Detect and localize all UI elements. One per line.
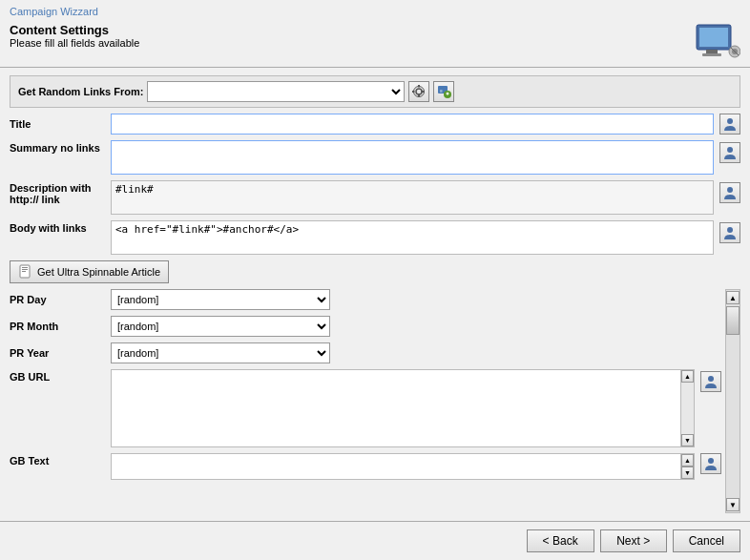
svg-rect-24 — [22, 269, 28, 270]
svg-rect-2 — [706, 50, 718, 53]
pr-day-label: PR Day — [10, 294, 105, 305]
scroll-down-btn[interactable]: ▼ — [726, 498, 740, 511]
pr-month-label: PR Month — [10, 321, 105, 332]
random-links-label: Get Random Links From: — [18, 86, 143, 97]
header-section: Content Settings Please fill all fields … — [0, 19, 750, 68]
pr-day-dropdown[interactable]: [random] — [111, 289, 330, 310]
body-textarea[interactable]: <a href="#link#">#anchor#</a> — [111, 220, 714, 255]
pr-month-row: PR Month [random] — [10, 316, 721, 337]
spinnable-article-button[interactable]: Get Ultra Spinnable Article — [10, 260, 169, 283]
gear-icon — [412, 85, 426, 98]
random-links-dropdown[interactable] — [147, 81, 405, 102]
description-row: Description with http:// link #link# — [10, 180, 740, 215]
svg-point-19 — [727, 147, 733, 153]
scroll-content: PR Day [random] PR Month [random] PR Yea… — [10, 289, 721, 513]
gb-url-scroll: ▲ ▼ — [680, 370, 694, 446]
svg-rect-10 — [418, 94, 420, 97]
gb-text-row: GB Text ▲ ▼ — [10, 453, 721, 480]
gb-text-scroll: ▲ ▼ — [680, 454, 694, 479]
gb-text-user-btn[interactable] — [700, 453, 721, 474]
scroll-thumb[interactable] — [726, 306, 740, 335]
svg-point-27 — [708, 458, 714, 464]
pr-year-dropdown[interactable]: [random] — [111, 342, 330, 363]
svg-point-21 — [727, 227, 733, 233]
user-icon-3 — [722, 185, 738, 200]
svg-point-26 — [708, 376, 714, 382]
description-label: Description with http:// link — [10, 180, 105, 205]
header-text: Content Settings Please fill all fields … — [10, 23, 139, 49]
add-icon: ≡ — [436, 84, 451, 99]
svg-rect-11 — [412, 91, 415, 93]
title-input[interactable] — [111, 114, 714, 135]
gb-url-user-btn[interactable] — [700, 371, 721, 392]
svg-point-7 — [416, 89, 422, 94]
gb-url-label: GB URL — [10, 369, 105, 383]
title-user-btn[interactable] — [719, 114, 740, 135]
gb-url-row: GB URL ▲ ▼ — [10, 369, 721, 447]
user-icon-5 — [703, 374, 719, 389]
svg-rect-3 — [702, 53, 721, 56]
gb-url-scroll-down[interactable]: ▼ — [681, 434, 694, 446]
scrollable-section: PR Day [random] PR Month [random] PR Yea… — [10, 289, 740, 513]
page-subtitle: Please fill all fields available — [10, 37, 139, 49]
footer: < Back Next > Cancel — [0, 521, 750, 560]
svg-point-18 — [727, 118, 733, 124]
user-icon-2 — [722, 145, 738, 160]
pr-year-label: PR Year — [10, 347, 105, 359]
monitor-icon — [695, 23, 740, 61]
title-label: Title — [10, 118, 105, 130]
description-textarea[interactable]: #link# — [111, 180, 714, 215]
add-button[interactable]: ≡ — [433, 81, 454, 102]
pr-day-row: PR Day [random] — [10, 289, 721, 310]
svg-point-20 — [727, 187, 733, 193]
user-icon-4 — [722, 225, 738, 240]
spinnable-btn-label: Get Ultra Spinnable Article — [37, 266, 160, 278]
user-icon — [722, 116, 738, 132]
user-icon-6 — [703, 456, 719, 471]
pr-year-row: PR Year [random] — [10, 342, 721, 363]
scroll-up-btn[interactable]: ▲ — [726, 291, 740, 304]
description-user-btn[interactable] — [719, 182, 740, 203]
random-links-row: Get Random Links From: — [10, 75, 740, 108]
header-icon-area — [695, 23, 740, 61]
summary-row: Summary no links — [10, 140, 740, 175]
spinnable-btn-row: Get Ultra Spinnable Article — [10, 260, 740, 283]
cancel-button[interactable]: Cancel — [673, 529, 740, 552]
gb-url-textarea-container: ▲ ▼ — [111, 369, 695, 447]
svg-rect-9 — [418, 85, 420, 88]
title-bar: Campaign Wizzard — [0, 0, 750, 19]
gb-text-input[interactable] — [112, 454, 680, 479]
svg-rect-12 — [422, 91, 425, 93]
content-area: Get Random Links From: — [0, 68, 750, 521]
gb-text-scroll-up[interactable]: ▲ — [681, 454, 694, 467]
gb-text-input-container: ▲ ▼ — [111, 453, 695, 480]
back-button[interactable]: < Back — [527, 529, 594, 552]
main-scrollbar: ▲ ▼ — [725, 289, 740, 513]
title-row: Title — [10, 114, 740, 135]
gb-url-scroll-up[interactable]: ▲ — [681, 370, 694, 383]
pr-month-dropdown[interactable]: [random] — [111, 316, 330, 337]
body-user-btn[interactable] — [719, 222, 740, 243]
svg-rect-16 — [448, 93, 448, 95]
svg-rect-23 — [22, 267, 28, 268]
next-button[interactable]: Next > — [600, 529, 667, 552]
gb-text-scroll-down[interactable]: ▼ — [681, 467, 694, 479]
summary-label: Summary no links — [10, 140, 105, 154]
main-window: Campaign Wizzard Content Settings Please… — [0, 0, 750, 560]
gb-url-textarea[interactable] — [112, 370, 680, 446]
body-row: Body with links <a href="#link#">#anchor… — [10, 220, 740, 255]
page-icon — [18, 264, 33, 280]
page-title: Content Settings — [10, 23, 139, 37]
summary-textarea[interactable] — [111, 140, 714, 175]
window-title: Campaign Wizzard — [10, 6, 98, 17]
gb-text-label: GB Text — [10, 453, 105, 467]
svg-text:≡: ≡ — [440, 88, 443, 93]
svg-rect-1 — [699, 28, 728, 47]
gear-button[interactable] — [408, 81, 429, 102]
summary-user-btn[interactable] — [719, 142, 740, 163]
svg-rect-25 — [22, 271, 26, 272]
body-label: Body with links — [10, 220, 105, 234]
